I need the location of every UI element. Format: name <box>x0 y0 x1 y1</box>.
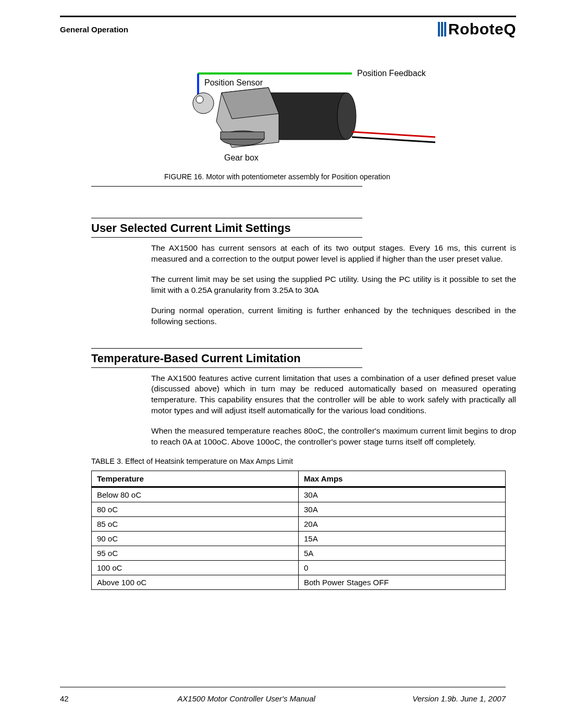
page-footer: 42 AX1500 Motor Controller User's Manual… <box>60 694 506 703</box>
svg-point-9 <box>193 93 214 114</box>
brand-name: RoboteQ <box>448 20 516 38</box>
label-position-feedback: Position Feedback <box>357 69 426 78</box>
page-number: 42 <box>60 694 123 703</box>
body-text: The AX1500 features active current limit… <box>151 373 516 417</box>
figure-caption: FIGURE 16. Motor with potentiometer asse… <box>164 172 516 181</box>
table-row: Below 80 oC30A <box>92 487 506 502</box>
logo-bars-icon <box>438 22 446 36</box>
svg-line-11 <box>352 132 435 137</box>
section-label: General Operation <box>60 25 128 34</box>
svg-line-12 <box>352 137 435 142</box>
table-row: 85 oC20A <box>92 517 506 532</box>
table-caption: TABLE 3. Effect of Heatsink temperature … <box>91 457 516 465</box>
table-row: 80 oC30A <box>92 502 506 517</box>
svg-rect-8 <box>221 132 264 139</box>
heading-current-limit: User Selected Current Limit Settings <box>91 221 516 235</box>
body-text: During normal operation, current limitin… <box>151 305 516 327</box>
heading-temp-limit: Temperature-Based Current Limitation <box>91 352 516 365</box>
footer-version: Version 1.9b. June 1, 2007 <box>370 694 506 703</box>
table-row: 100 oC0 <box>92 561 506 575</box>
table-row: Above 100 oCBoth Power Stages OFF <box>92 575 506 590</box>
svg-marker-6 <box>222 88 279 119</box>
label-position-sensor: Position Sensor <box>204 78 263 87</box>
table-row: 90 oC15A <box>92 532 506 546</box>
body-text: When the measured temperature reaches 80… <box>151 426 516 448</box>
body-text: The AX1500 has current sensors at each o… <box>151 243 516 265</box>
col-max-amps: Max Amps <box>299 471 506 487</box>
temp-amps-table: Temperature Max Amps Below 80 oC30A 80 o… <box>91 471 506 590</box>
svg-point-10 <box>196 96 203 103</box>
brand-logo: RoboteQ <box>438 20 516 38</box>
label-gearbox: Gear box <box>224 153 259 162</box>
col-temperature: Temperature <box>92 471 299 487</box>
footer-title: AX1500 Motor Controller User's Manual <box>123 694 370 703</box>
figure-motor-diagram: Position Feedback Position Sensor Gear b… <box>159 64 516 181</box>
page-header: General Operation RoboteQ <box>60 20 516 38</box>
table-row: 95 oC5A <box>92 546 506 561</box>
body-text: The current limit may be set using the s… <box>151 274 516 296</box>
